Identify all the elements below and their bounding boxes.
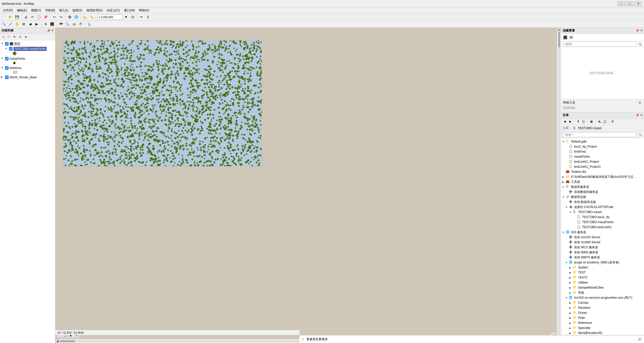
list-by-draw-order[interactable]: ≡ <box>1 35 6 40</box>
map-tip-button[interactable]: 🗺 <box>58 21 64 27</box>
menu-view[interactable]: 视图(V) <box>29 8 43 13</box>
tree-add-db-conn[interactable]: ➕ 添加 数据库连接 <box>561 199 644 204</box>
find-button[interactable]: 🔍 <box>64 21 70 27</box>
menu-bookmark[interactable]: 书签(B) <box>43 8 57 13</box>
maximize-button[interactable]: □ <box>626 1 633 6</box>
v-scrollbar[interactable]: ▲ ▼ <box>557 28 561 339</box>
cat-home-btn[interactable]: 🏠 <box>581 119 586 124</box>
catalog-pin-icon[interactable]: 📌 <box>636 114 639 117</box>
tree-reference[interactable]: ▶ 📁 Reference <box>561 320 644 325</box>
tree-add-wcs[interactable]: ➕ 添加 WCS 服务器 <box>561 245 644 250</box>
editor-button[interactable]: ✏ <box>138 14 144 20</box>
tree-test-folder[interactable]: ▶ 📁 TEST <box>561 270 644 275</box>
close-button[interactable]: ✕ <box>634 1 642 6</box>
catref-button[interactable]: 📡 <box>86 21 92 27</box>
cat-view-btn[interactable]: ▦ <box>589 119 594 124</box>
redo-button[interactable]: ↪ <box>58 14 64 20</box>
tree-limitarea[interactable]: 📋 limitArea <box>561 149 644 154</box>
cat-refresh-btn[interactable]: 🔄 <box>602 119 607 124</box>
menu-help[interactable]: 帮助(H) <box>137 8 151 13</box>
tree-utilities-folder[interactable]: ▶ 📁 Utilities <box>561 280 644 285</box>
v-scroll-thumb[interactable] <box>558 32 560 47</box>
scale-dropdown[interactable]: ▼ <box>123 14 129 20</box>
paste-button[interactable]: 📌 <box>43 14 49 20</box>
layer-world-checkbox[interactable] <box>5 76 9 79</box>
select-button[interactable]: 🖱 <box>43 21 49 27</box>
list-by-visibility[interactable]: 👁 <box>12 35 17 40</box>
layer-limit-checkbox[interactable] <box>5 66 9 70</box>
tree-default-gdb[interactable]: ▼ 🗄 Default.gdb <box>561 139 644 144</box>
list-by-selection[interactable]: ☑ <box>18 35 23 40</box>
tree-db-conn[interactable]: ▼ 🔗 数据库连接 <box>561 194 644 199</box>
route-button[interactable]: 🗂 <box>71 21 77 27</box>
catalog-search-btn[interactable]: 🔍 <box>637 132 642 137</box>
tree-testline-proj[interactable]: 📋 testLine01_Project <box>561 159 644 164</box>
open-button[interactable]: 📂 <box>8 14 14 20</box>
group-checkbox[interactable] <box>5 42 9 46</box>
catalog-close-icon[interactable]: ✕ <box>640 114 642 117</box>
create-options-btn[interactable]: ⚙ <box>569 35 574 40</box>
layer-test-dbo-row[interactable]: ▼ TEST.DBO.manyPoints <box>0 46 55 51</box>
layer-group-row[interactable]: ▼ ⬛ 图层 <box>0 41 55 46</box>
zoom-in-button[interactable]: 🔍 <box>1 21 7 27</box>
tree-system[interactable]: ▶ 📁 System <box>561 265 644 270</box>
tree-canvas[interactable]: ▶ 📁 Canvas <box>561 300 644 305</box>
cat-connect-btn[interactable]: 🔌 <box>597 119 602 124</box>
tree-add-db-server[interactable]: ➕ 添加数据库服务器 <box>561 189 644 194</box>
globe-button[interactable]: 🌐 <box>73 14 79 20</box>
zoom-extent-button[interactable]: ⊡ <box>130 14 136 20</box>
back-button[interactable]: ◀ <box>27 21 33 27</box>
options-button[interactable]: ⚙ <box>23 35 28 40</box>
tree-add-arcgis[interactable]: ➕ 添加 ArcGIS Server <box>561 235 644 240</box>
tree-test-bou2[interactable]: 📋 TEST.DBO.bou2_4p <box>561 215 644 220</box>
create-pin-icon[interactable]: 📌 <box>636 29 639 32</box>
edit-select-button[interactable]: ⬛ <box>49 21 55 27</box>
layer-many-row[interactable]: ▼ manyPoints <box>0 56 55 61</box>
copy-button[interactable]: 📋 <box>36 14 42 20</box>
scroll-left-btn[interactable]: ◀ <box>55 339 59 343</box>
tree-add-wmts[interactable]: ➕ 添加 WMTS 服务器 <box>561 255 644 260</box>
build-expand-icon[interactable]: ⊡ <box>637 100 642 105</box>
tree-gis-server[interactable]: ▼ 🌐 GIS 服务器 <box>561 230 644 235</box>
map-area[interactable]: ◀ ▶ ▲ ▼ ⊡ 📋 🔄 ▶ ⏸ <box>55 28 561 343</box>
cut-button[interactable]: ✂ <box>29 14 35 20</box>
scale-input[interactable] <box>97 15 123 20</box>
v-scroll-track[interactable] <box>558 32 560 334</box>
time-button[interactable]: ⏱ <box>78 21 84 27</box>
measure-button[interactable]: 📏 <box>89 14 95 20</box>
tree-localhost[interactable]: ▼ 🌐 arcgis on localhost_6080 (发布者) <box>561 260 644 265</box>
create-search-btn[interactable]: 🔍 <box>637 42 642 46</box>
pin-icon[interactable]: 📌 <box>47 29 50 32</box>
tree-add-wms[interactable]: ➕ 添加 WMS 服务器 <box>561 250 644 255</box>
list-by-source[interactable]: 📂 <box>7 35 12 40</box>
create-search-input[interactable] <box>563 42 636 47</box>
save-button[interactable]: 💾 <box>14 14 20 20</box>
layer-limit-row[interactable]: ▼ limitArea <box>0 65 55 71</box>
undo-button[interactable]: ↩ <box>51 14 57 20</box>
tree-manypoints[interactable]: 📋 manyPoints <box>561 154 644 159</box>
menu-insert[interactable]: 插入(I) <box>57 8 70 13</box>
tree-test-dbo-myset[interactable]: ▼ 🗄 TEST.DBO.myset <box>561 210 644 215</box>
tree-add-arcims[interactable]: ➕ 添加 ArcIMS Server <box>561 240 644 245</box>
tree-toolbox[interactable]: 🧰 Toolbox.tbx <box>561 169 644 174</box>
create-close-icon[interactable]: ✕ <box>640 29 642 32</box>
menu-geoprocess[interactable]: 地理处理(G) <box>84 8 105 13</box>
create-new-btn[interactable]: ⬛ <box>563 35 568 40</box>
tree-db-server[interactable]: ▼ 🗄 数据库服务器 <box>561 184 644 189</box>
catalog-search-input[interactable] <box>563 132 636 137</box>
identify-button[interactable]: ℹ <box>145 14 151 20</box>
cat-up-btn[interactable]: ⬆ <box>576 119 581 124</box>
new-button[interactable]: 📄 <box>1 14 7 20</box>
h-scroll-thumb[interactable] <box>60 340 75 342</box>
tree-test2-folder[interactable]: ▶ 📁 TEST2 <box>561 275 644 280</box>
tree-ocean[interactable]: ▶ 📁 Ocean <box>561 310 644 315</box>
zoom-out-button[interactable]: 🔎 <box>8 21 14 27</box>
layer-many-checkbox[interactable] <box>5 57 9 60</box>
layer-world-row[interactable]: ▶ World_Terrain_Base <box>0 75 55 80</box>
print-button[interactable]: 🖨 <box>23 14 29 20</box>
cat-options-btn[interactable]: ⚙ <box>610 119 615 124</box>
scroll-up-btn[interactable]: ▲ <box>557 28 561 32</box>
notify-close-btn[interactable]: ✕ <box>637 337 642 341</box>
tree-arcgisonline[interactable]: ▼ 🌐 ArcGIS on services.arcgisonline.com … <box>561 295 644 300</box>
catalog-tree[interactable]: ▼ 🗄 Default.gdb 📋 bou2_4p_Project 📋 limi… <box>561 138 644 336</box>
